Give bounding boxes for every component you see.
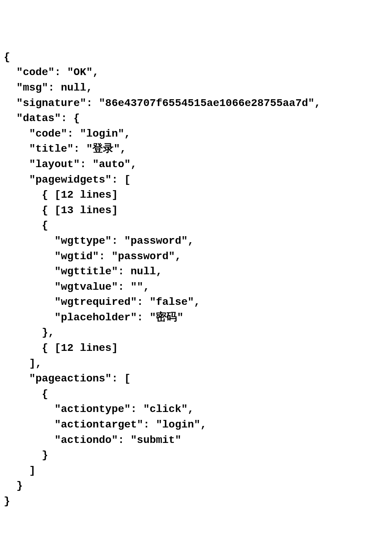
code-line: } <box>4 480 23 492</box>
code-line: } <box>4 449 48 461</box>
code-line: "placeholder": "密码" <box>4 312 183 323</box>
code-line: "code": "OK", <box>4 66 99 78</box>
code-line: ], <box>4 358 42 369</box>
code-line: "actiontype": "click", <box>4 403 194 415</box>
code-line: ] <box>4 465 35 477</box>
code-line: { [12 lines] <box>4 189 118 201</box>
code-line: "wgtrequired": "false", <box>4 296 200 308</box>
code-line: "actiondo": "submit" <box>4 434 181 446</box>
code-line: { <box>4 220 48 231</box>
code-line: } <box>4 495 10 507</box>
code-line: "wgtid": "password", <box>4 251 181 262</box>
code-line: { [12 lines] <box>4 342 118 354</box>
code-line: }, <box>4 327 54 338</box>
code-line: "wgtvalue": "", <box>4 281 149 293</box>
code-line: { <box>4 388 48 400</box>
code-line: "msg": null, <box>4 82 92 94</box>
code-line: "wgttype": "password", <box>4 235 194 247</box>
code-line: "signature": "86e43707f6554515ae1066e287… <box>4 97 321 109</box>
code-line: { <box>4 51 10 63</box>
code-line: "wgttitle": null, <box>4 266 162 277</box>
code-line: "datas": { <box>4 112 80 124</box>
code-line: "title": "登录", <box>4 143 126 155</box>
code-line: { [13 lines] <box>4 204 118 216</box>
code-line: "pageactions": [ <box>4 373 131 384</box>
json-code-block: { "code": "OK", "msg": null, "signature"… <box>4 50 388 509</box>
code-line: "pagewidgets": [ <box>4 174 131 186</box>
code-line: "code": "login", <box>4 128 131 140</box>
code-line: "layout": "auto", <box>4 158 137 170</box>
code-line: "actiontarget": "login", <box>4 419 207 430</box>
